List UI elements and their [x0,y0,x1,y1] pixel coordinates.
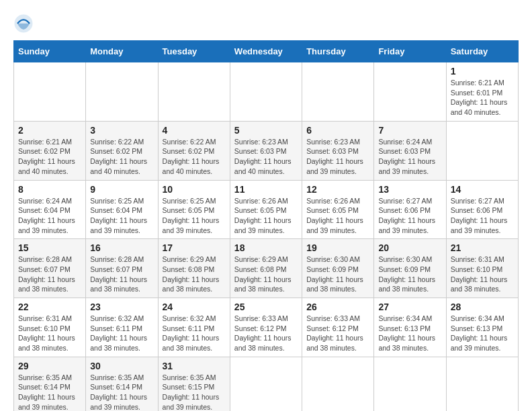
day-header-saturday: Saturday [446,41,518,62]
day-number: 31 [163,361,226,371]
day-number: 30 [90,361,153,371]
calendar-cell: 11Sunrise: 6:26 AMSunset: 6:05 PMDayligh… [230,180,302,239]
calendar-cell: 19Sunrise: 6:30 AMSunset: 6:09 PMDayligh… [302,239,374,298]
calendar-cell [158,62,230,122]
calendar-header-row: SundayMondayTuesdayWednesdayThursdayFrid… [14,41,519,62]
day-info: Sunrise: 6:34 AMSunset: 6:13 PMDaylight:… [378,314,441,353]
day-number: 10 [163,184,226,195]
calendar-cell: 17Sunrise: 6:29 AMSunset: 6:08 PMDayligh… [158,239,230,298]
day-info: Sunrise: 6:24 AMSunset: 6:03 PMDaylight:… [378,137,441,177]
calendar-cell [230,357,302,411]
day-number: 26 [306,302,369,312]
calendar-cell: 4Sunrise: 6:22 AMSunset: 6:02 PMDaylight… [158,121,230,180]
calendar-cell: 28Sunrise: 6:34 AMSunset: 6:13 PMDayligh… [446,298,518,357]
calendar-cell: 5Sunrise: 6:23 AMSunset: 6:03 PMDaylight… [230,121,302,180]
calendar-cell: 31Sunrise: 6:35 AMSunset: 6:15 PMDayligh… [158,357,230,411]
day-info: Sunrise: 6:24 AMSunset: 6:04 PMDaylight:… [18,196,81,236]
day-info: Sunrise: 6:21 AMSunset: 6:01 PMDaylight:… [451,78,514,118]
calendar-cell: 25Sunrise: 6:33 AMSunset: 6:12 PMDayligh… [230,298,302,357]
calendar-cell: 12Sunrise: 6:26 AMSunset: 6:05 PMDayligh… [302,180,374,239]
calendar-cell: 16Sunrise: 6:28 AMSunset: 6:07 PMDayligh… [86,239,158,298]
day-info: Sunrise: 6:23 AMSunset: 6:03 PMDaylight:… [234,137,298,177]
day-info: Sunrise: 6:31 AMSunset: 6:10 PMDaylight:… [18,314,81,353]
calendar-cell: 23Sunrise: 6:32 AMSunset: 6:11 PMDayligh… [86,298,158,357]
day-header-tuesday: Tuesday [158,41,230,62]
day-number: 16 [90,242,153,253]
calendar-cell: 15Sunrise: 6:28 AMSunset: 6:07 PMDayligh… [14,239,86,298]
day-info: Sunrise: 6:29 AMSunset: 6:08 PMDaylight:… [163,255,226,294]
calendar-cell [86,62,158,122]
day-info: Sunrise: 6:35 AMSunset: 6:15 PMDaylight:… [163,373,226,411]
day-number: 23 [90,302,153,312]
calendar-cell [446,357,518,411]
day-header-monday: Monday [86,41,158,62]
day-number: 1 [451,66,514,77]
day-number: 21 [451,242,514,253]
calendar-cell: 26Sunrise: 6:33 AMSunset: 6:12 PMDayligh… [302,298,374,357]
day-number: 25 [234,302,298,312]
day-info: Sunrise: 6:23 AMSunset: 6:03 PMDaylight:… [306,137,369,177]
calendar-cell: 8Sunrise: 6:24 AMSunset: 6:04 PMDaylight… [14,180,86,239]
day-number: 9 [90,184,153,195]
day-number: 17 [163,242,226,253]
calendar-week-4: 15Sunrise: 6:28 AMSunset: 6:07 PMDayligh… [14,239,519,298]
calendar-cell: 6Sunrise: 6:23 AMSunset: 6:03 PMDaylight… [302,121,374,180]
calendar-cell [302,62,374,122]
calendar-cell: 1Sunrise: 6:21 AMSunset: 6:01 PMDaylight… [446,62,518,122]
page-header [13,13,519,34]
calendar-cell: 27Sunrise: 6:34 AMSunset: 6:13 PMDayligh… [374,298,446,357]
day-info: Sunrise: 6:26 AMSunset: 6:05 PMDaylight:… [306,196,369,236]
day-number: 20 [378,242,441,253]
day-number: 29 [18,361,81,371]
day-info: Sunrise: 6:27 AMSunset: 6:06 PMDaylight:… [378,196,441,236]
day-number: 22 [18,302,81,312]
day-number: 3 [90,125,153,136]
calendar-cell: 30Sunrise: 6:35 AMSunset: 6:14 PMDayligh… [86,357,158,411]
calendar-cell [374,62,446,122]
calendar-cell: 18Sunrise: 6:29 AMSunset: 6:08 PMDayligh… [230,239,302,298]
day-number: 14 [451,184,514,195]
day-info: Sunrise: 6:35 AMSunset: 6:14 PMDaylight:… [18,373,81,411]
calendar-week-5: 22Sunrise: 6:31 AMSunset: 6:10 PMDayligh… [14,298,519,357]
day-header-thursday: Thursday [302,41,374,62]
day-number: 13 [378,184,441,195]
calendar-cell [302,357,374,411]
calendar-cell [14,62,86,122]
day-info: Sunrise: 6:30 AMSunset: 6:09 PMDaylight:… [378,255,441,294]
calendar-cell [374,357,446,411]
calendar-cell: 13Sunrise: 6:27 AMSunset: 6:06 PMDayligh… [374,180,446,239]
day-info: Sunrise: 6:25 AMSunset: 6:05 PMDaylight:… [163,196,226,236]
calendar-cell [230,62,302,122]
calendar-week-1: 1Sunrise: 6:21 AMSunset: 6:01 PMDaylight… [14,62,519,122]
day-info: Sunrise: 6:22 AMSunset: 6:02 PMDaylight:… [90,137,153,177]
day-info: Sunrise: 6:34 AMSunset: 6:13 PMDaylight:… [451,314,514,353]
day-info: Sunrise: 6:27 AMSunset: 6:06 PMDaylight:… [451,196,514,236]
day-number: 8 [18,184,81,195]
calendar-cell: 7Sunrise: 6:24 AMSunset: 6:03 PMDaylight… [374,121,446,180]
calendar-cell: 10Sunrise: 6:25 AMSunset: 6:05 PMDayligh… [158,180,230,239]
day-header-sunday: Sunday [14,41,86,62]
logo [13,13,36,34]
day-number: 18 [234,242,298,253]
day-number: 5 [234,125,298,136]
day-info: Sunrise: 6:22 AMSunset: 6:02 PMDaylight:… [163,137,226,177]
day-number: 11 [234,184,298,195]
calendar-cell: 21Sunrise: 6:31 AMSunset: 6:10 PMDayligh… [446,239,518,298]
calendar-cell: 29Sunrise: 6:35 AMSunset: 6:14 PMDayligh… [14,357,86,411]
calendar-cell [446,121,518,180]
calendar-cell: 9Sunrise: 6:25 AMSunset: 6:04 PMDaylight… [86,180,158,239]
day-info: Sunrise: 6:29 AMSunset: 6:08 PMDaylight:… [234,255,298,294]
day-header-wednesday: Wednesday [230,41,302,62]
calendar-cell: 14Sunrise: 6:27 AMSunset: 6:06 PMDayligh… [446,180,518,239]
calendar-cell: 20Sunrise: 6:30 AMSunset: 6:09 PMDayligh… [374,239,446,298]
day-info: Sunrise: 6:33 AMSunset: 6:12 PMDaylight:… [306,314,369,353]
day-header-friday: Friday [374,41,446,62]
day-info: Sunrise: 6:33 AMSunset: 6:12 PMDaylight:… [234,314,298,353]
day-number: 15 [18,242,81,253]
day-info: Sunrise: 6:28 AMSunset: 6:07 PMDaylight:… [18,255,81,294]
day-number: 12 [306,184,369,195]
calendar-cell: 22Sunrise: 6:31 AMSunset: 6:10 PMDayligh… [14,298,86,357]
day-info: Sunrise: 6:35 AMSunset: 6:14 PMDaylight:… [90,373,153,411]
day-info: Sunrise: 6:32 AMSunset: 6:11 PMDaylight:… [163,314,226,353]
day-number: 27 [378,302,441,312]
